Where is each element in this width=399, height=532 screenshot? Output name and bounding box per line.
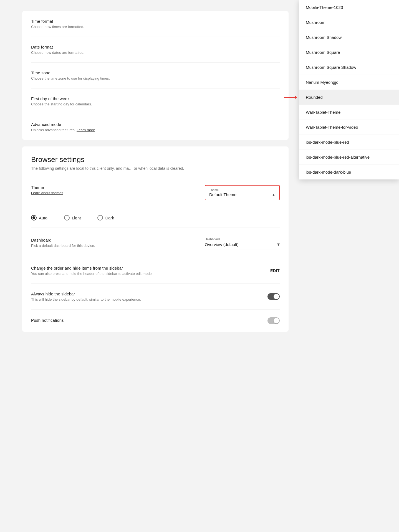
dropdown-item-11[interactable]: ios-dark-mode-dark-blue [299, 165, 399, 179]
time-zone-row: Time zone Choose the time zone to use fo… [31, 63, 280, 88]
dashboard-select[interactable]: Dashboard Overview (default) ▾ [205, 235, 280, 250]
dropdown-item-0[interactable]: Mobile-Theme-1023 [299, 0, 399, 15]
push-notifications-row: Push notifications [31, 310, 280, 332]
always-hide-sidebar-toggle-knob [274, 294, 279, 299]
date-format-title: Date format [31, 45, 280, 49]
always-hide-sidebar-left: Always hide the sidebar This will hide t… [31, 292, 141, 302]
dropdown-item-2[interactable]: Mushroom Shadow [299, 30, 399, 45]
radio-dark[interactable]: Dark [97, 215, 114, 221]
radio-light[interactable]: Light [64, 215, 81, 221]
browser-section-desc: The following settings are local to this… [22, 164, 289, 177]
dashboard-select-value: Overview (default) ▾ [205, 241, 280, 247]
dropdown-item-7[interactable]: Wall-Tablet-Theme [299, 105, 399, 120]
dropdown-item-1[interactable]: Mushroom [299, 15, 399, 30]
sidebar-order-left: Change the order and hide items from the… [31, 266, 153, 276]
advanced-mode-row: Advanced mode Unlocks advanced features.… [31, 114, 280, 140]
time-zone-desc: Choose the time zone to use for displayi… [31, 76, 280, 80]
sidebar-order-row: Change the order and hide items from the… [31, 258, 280, 284]
general-settings-section: Time format Choose how times are formatt… [22, 11, 289, 140]
theme-select-value: Default Theme ▲ [209, 192, 275, 197]
dropdown-item-9[interactable]: ios-dark-mode-blue-red [299, 135, 399, 150]
theme-select[interactable]: Theme Default Theme ▲ [205, 185, 280, 200]
dropdown-item-6[interactable]: Rounded [299, 90, 399, 105]
always-hide-sidebar-row: Always hide the sidebar This will hide t… [31, 284, 280, 310]
theme-dropdown: Mobile-Theme-1023MushroomMushroom Shadow… [299, 0, 399, 179]
always-hide-sidebar-desc: This will hide the sidebar by default, s… [31, 297, 141, 302]
dropdown-item-5[interactable]: Nanum Myeongjo [299, 75, 399, 90]
time-zone-title: Time zone [31, 70, 280, 75]
dropdown-item-4[interactable]: Mushroom Square Shadow [299, 60, 399, 75]
theme-title: Theme [31, 185, 205, 190]
first-day-row: First day of the week Choose the startin… [31, 88, 280, 114]
push-notifications-toggle-knob [274, 318, 279, 323]
push-notifications-title: Push notifications [31, 318, 64, 323]
theme-row-left: Theme Learn about themes [31, 185, 205, 195]
always-hide-sidebar-toggle[interactable] [267, 293, 280, 300]
theme-mode-radio-group: Auto Light Dark [31, 208, 280, 227]
date-format-desc: Choose how dates are formatted. [31, 50, 280, 55]
browser-section-title: Browser settings [22, 146, 289, 164]
always-hide-sidebar-title: Always hide the sidebar [31, 292, 141, 296]
theme-select-arrow-icon: ▲ [272, 193, 275, 197]
dashboard-select-arrow-icon: ▾ [277, 241, 280, 247]
time-format-desc: Choose how times are formatted. [31, 25, 280, 29]
sidebar-edit-button[interactable]: EDIT [270, 267, 280, 274]
radio-light-circle [64, 215, 70, 221]
dropdown-item-3[interactable]: Mushroom Square [299, 45, 399, 60]
red-arrow-icon [284, 95, 298, 100]
radio-dark-label: Dark [105, 216, 114, 220]
radio-auto-circle [31, 215, 37, 221]
browser-settings-section: Browser settings The following settings … [22, 146, 289, 332]
sidebar-order-desc: You can also press and hold the header o… [31, 272, 153, 276]
dashboard-title: Dashboard [31, 238, 95, 242]
dashboard-select-label: Dashboard [205, 237, 280, 241]
time-format-title: Time format [31, 19, 280, 24]
first-day-desc: Choose the starting day for calendars. [31, 102, 280, 106]
radio-auto-label: Auto [39, 216, 47, 220]
theme-select-label: Theme [209, 188, 275, 192]
dropdown-item-10[interactable]: ios-dark-mode-blue-red-alternative [299, 150, 399, 165]
theme-row: Theme Learn about themes Theme Default T… [31, 177, 280, 208]
date-format-row: Date format Choose how dates are formatt… [31, 37, 280, 63]
learn-about-themes-link[interactable]: Learn about themes [31, 191, 63, 195]
dashboard-row: Dashboard Pick a default dashboard for t… [31, 227, 280, 258]
time-format-row: Time format Choose how times are formatt… [31, 11, 280, 37]
sidebar-order-title: Change the order and hide items from the… [31, 266, 153, 270]
advanced-mode-learn-more[interactable]: Learn more [77, 128, 95, 132]
radio-dark-circle [97, 215, 103, 221]
dashboard-desc: Pick a default dashboard for this device… [31, 244, 95, 248]
radio-auto[interactable]: Auto [31, 215, 47, 221]
dropdown-item-8[interactable]: Wall-Tablet-Theme-for-video [299, 120, 399, 135]
first-day-title: First day of the week [31, 96, 280, 101]
dashboard-row-left: Dashboard Pick a default dashboard for t… [31, 238, 95, 248]
advanced-mode-title: Advanced mode [31, 122, 280, 127]
radio-light-label: Light [72, 216, 81, 220]
push-notifications-toggle[interactable] [267, 317, 280, 324]
advanced-mode-desc: Unlocks advanced features. Learn more [31, 128, 280, 132]
push-notifications-left: Push notifications [31, 318, 64, 324]
